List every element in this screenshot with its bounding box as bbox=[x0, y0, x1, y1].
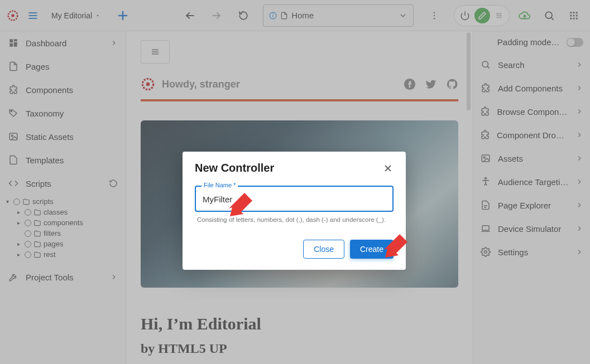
close-button[interactable]: Close bbox=[303, 240, 344, 259]
modal-close-button[interactable] bbox=[382, 163, 394, 174]
modal-title: New Controller bbox=[195, 162, 274, 174]
filename-field[interactable]: File Name * bbox=[195, 186, 394, 212]
create-button[interactable]: Create bbox=[350, 240, 394, 259]
new-controller-modal: New Controller File Name * Consisting of… bbox=[183, 152, 406, 270]
filename-input[interactable] bbox=[203, 195, 386, 204]
field-label: File Name * bbox=[202, 182, 238, 188]
field-helper: Consisting of letters, numbers, dot (.),… bbox=[195, 212, 394, 226]
